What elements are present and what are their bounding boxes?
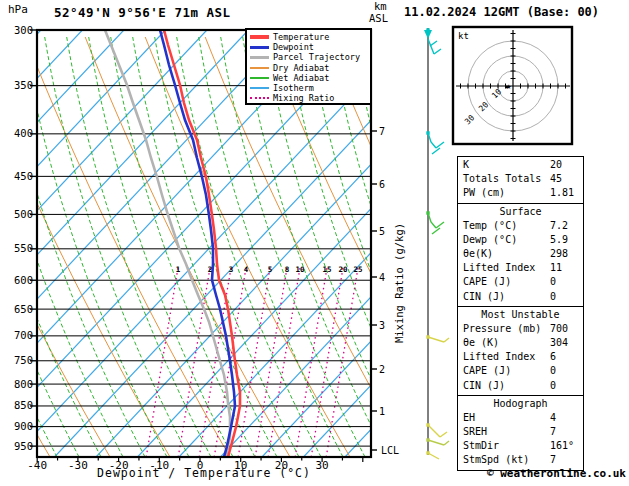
table-row: Lifted Index6 xyxy=(458,350,583,364)
mixing-ratio-tick-label: 8 xyxy=(285,265,290,274)
legend-item: Parcel Trajectory xyxy=(250,52,370,62)
legend-item: Dewpoint xyxy=(250,42,370,52)
pressure-tick-label: 550 xyxy=(14,242,33,254)
table-value: 0 xyxy=(550,275,556,289)
legend-item: Temperature xyxy=(250,32,370,42)
legend-label: Dry Adiabat xyxy=(273,63,329,73)
legend-item: Mixing Ratio xyxy=(250,93,370,103)
mixing-ratio-line xyxy=(295,266,327,457)
wind-barb xyxy=(426,438,449,445)
mixing-ratio-tick-label: 25 xyxy=(353,265,362,274)
watermark: © weatheronline.co.uk xyxy=(420,467,626,480)
legend-label: Mixing Ratio xyxy=(273,93,334,103)
legend-item: Wet Adiabat xyxy=(250,73,370,83)
table-section: SurfaceTemp (°C)7.2Dewp (°C)5.9θe(K)298L… xyxy=(457,203,584,307)
hodograph-ring-label: 20 xyxy=(477,100,490,113)
pressure-tick-label: 300 xyxy=(14,24,33,36)
table-value: 0 xyxy=(550,364,556,378)
legend-box: TemperatureDewpointParcel TrajectoryDry … xyxy=(245,28,372,105)
mixing-ratio-line xyxy=(311,266,343,457)
table-value: 20 xyxy=(550,158,562,172)
table-row: CAPE (J)0 xyxy=(458,275,583,289)
altitude-tick-label: 6 xyxy=(379,179,385,190)
table-row: PW (cm)1.81 xyxy=(458,186,583,200)
table-row: Totals Totals45 xyxy=(458,172,583,186)
table-row: CAPE (J)0 xyxy=(458,364,583,378)
pressure-tick-label: 450 xyxy=(14,170,33,182)
wind-barb xyxy=(426,335,449,342)
table-value: 0 xyxy=(550,290,556,304)
skewt-sounding-page: 3003504004505005506006507007508008509009… xyxy=(0,0,629,486)
table-row: StmDir161° xyxy=(458,439,583,453)
pressure-axis-unit: hPa xyxy=(8,3,28,16)
legend-label: Dewpoint xyxy=(273,42,314,52)
table-value: 304 xyxy=(550,336,568,350)
table-section-title: Most Unstable xyxy=(458,308,583,322)
legend-swatch xyxy=(250,56,269,60)
table-row: SREH7 xyxy=(458,425,583,439)
legend-label: Temperature xyxy=(273,32,329,42)
table-section: Most UnstablePressure (mb)700θe (K)304Li… xyxy=(457,306,584,396)
pressure-tick-label: 950 xyxy=(14,440,33,452)
legend-item: Dry Adiabat xyxy=(250,63,370,73)
storm-motion-marker: ★ xyxy=(506,81,512,91)
legend-swatch xyxy=(250,35,269,39)
hodograph-ring-label: 30 xyxy=(463,113,476,126)
table-section-title: Surface xyxy=(458,205,583,219)
mixing-ratio-tick-label: 20 xyxy=(338,265,348,274)
mixing-ratio-axis-label: Mixing Ratio (g/kg) xyxy=(393,223,405,343)
pressure-tick-label: 500 xyxy=(14,208,33,220)
mixing-ratio-tick-label: 3 xyxy=(229,265,234,274)
altitude-tick-label: 1 xyxy=(379,406,385,417)
table-row: θe (K)304 xyxy=(458,336,583,350)
legend-label: Wet Adiabat xyxy=(273,73,329,83)
table-row: CIN (J)0 xyxy=(458,379,583,393)
table-row: Dewp (°C)5.9 xyxy=(458,233,583,247)
altitude-tick-label: 2 xyxy=(379,364,385,375)
wet-adiabat-line xyxy=(45,37,189,457)
table-value: 7.2 xyxy=(550,219,568,233)
mixing-ratio-labels: 12345810152025 xyxy=(176,265,363,274)
table-value: 0 xyxy=(550,379,556,393)
sounding-indices-table: K20Totals Totals45PW (cm)1.81SurfaceTemp… xyxy=(457,157,584,471)
table-value: 5.9 xyxy=(550,233,568,247)
temperature-axis-label: Dewpoint / Temperature (°C) xyxy=(37,466,371,480)
mixing-ratio-line xyxy=(146,266,178,457)
page-title: 52°49'N 9°56'E 71m ASL xyxy=(54,5,231,20)
wet-adiabat-line xyxy=(0,37,79,457)
table-value: 7 xyxy=(550,453,556,467)
table-value: 700 xyxy=(550,322,568,336)
isotherm-line xyxy=(0,30,82,457)
mixing-ratio-tick-label: 2 xyxy=(208,265,213,274)
pressure-tick-label: 350 xyxy=(14,79,33,91)
pressure-tick-label: 650 xyxy=(14,303,33,315)
table-value: 1.81 xyxy=(550,186,574,200)
table-row: Temp (°C)7.2 xyxy=(458,219,583,233)
legend-label: Isotherm xyxy=(273,83,314,93)
table-value: 11 xyxy=(550,261,562,275)
table-row: EH4 xyxy=(458,411,583,425)
legend-swatch xyxy=(250,77,269,79)
wind-barb-column xyxy=(424,28,449,459)
wind-barb xyxy=(426,451,439,459)
altitude-axis-unit-km: km xyxy=(374,0,387,12)
pressure-tick-label: 900 xyxy=(14,420,33,432)
table-row: θe(K)298 xyxy=(458,247,583,261)
altitude-tick-label: 7 xyxy=(379,126,385,137)
table-section: K20Totals Totals45PW (cm)1.81 xyxy=(457,156,584,204)
table-value: 298 xyxy=(550,247,568,261)
altitude-axis-unit-asl: ASL xyxy=(369,12,388,24)
pressure-tick-label: 800 xyxy=(14,378,33,390)
table-value: 4 xyxy=(550,411,556,425)
table-section: HodographEH4SREH7StmDir161°StmSpd (kt)7 xyxy=(457,395,584,471)
table-value: 45 xyxy=(550,172,562,186)
wind-barb xyxy=(424,28,441,54)
table-row: StmSpd (kt)7 xyxy=(458,453,583,467)
mixing-ratio-tick-label: 4 xyxy=(244,265,249,274)
pressure-tick-label: 700 xyxy=(14,329,33,341)
legend-swatch xyxy=(250,87,269,89)
wet-adiabat-line xyxy=(67,37,211,457)
legend-swatch xyxy=(250,67,269,69)
mixing-ratio-line xyxy=(238,266,270,457)
legend-label: Parcel Trajectory xyxy=(273,52,360,62)
